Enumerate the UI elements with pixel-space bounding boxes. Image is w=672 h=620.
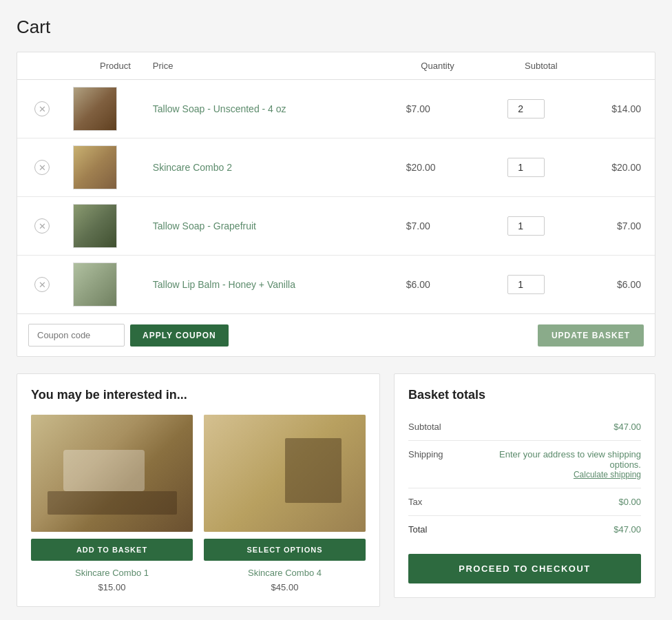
product-thumbnail: [73, 145, 117, 189]
totals-tax-row: Tax $0.00: [408, 488, 641, 516]
product-subtotal-cell: $14.00: [571, 80, 655, 138]
totals-shipping-value: Enter your address to view shipping opti…: [490, 449, 641, 479]
product-thumbnail: [73, 262, 117, 307]
product-name-cell: Tallow Soap - Unscented - 4 oz: [142, 80, 395, 138]
table-row: ✕ Skincare Combo 2 $20.00 $20.00: [17, 138, 655, 197]
product-price-cell: $7.00: [395, 80, 481, 138]
product-subtotal-cell: $7.00: [571, 197, 655, 256]
product-image-cell: [67, 138, 142, 197]
quantity-input[interactable]: [507, 158, 545, 177]
totals-total-row: Total $47.00: [408, 516, 641, 543]
add-to-basket-button-1[interactable]: ADD TO BASKET: [31, 539, 193, 561]
product-qty-cell: [480, 138, 571, 197]
coupon-left: APPLY COUPON: [28, 324, 229, 347]
product-name-cell: Skincare Combo 2: [142, 138, 395, 197]
remove-cell: ✕: [17, 256, 67, 314]
product-name-cell: Tallow Soap - Grapefruit: [142, 197, 395, 256]
remove-item-button[interactable]: ✕: [34, 218, 50, 234]
apply-coupon-button[interactable]: APPLY COUPON: [130, 324, 229, 347]
coupon-input[interactable]: [28, 324, 125, 347]
proceed-to-checkout-button[interactable]: PROCEED TO CHECKOUT: [408, 554, 641, 583]
product-image-2: [204, 415, 366, 532]
interested-product-1: ADD TO BASKET Skincare Combo 1 $15.00: [31, 415, 193, 592]
col-header-subtotal: Subtotal: [480, 52, 571, 80]
totals-shipping-row: Shipping Enter your address to view ship…: [408, 441, 641, 488]
totals-tax-label: Tax: [408, 497, 422, 507]
select-options-button-2[interactable]: SELECT OPTIONS: [204, 539, 366, 561]
card-product-link-2[interactable]: Skincare Combo 4: [248, 568, 322, 578]
col-header-quantity: Quantity: [395, 52, 481, 80]
remove-item-button[interactable]: ✕: [34, 160, 50, 175]
col-header-price: Price: [142, 52, 395, 80]
coupon-row: APPLY COUPON UPDATE BASKET: [17, 313, 655, 356]
product-image-cell: [67, 197, 142, 256]
card-product-price-1: $15.00: [31, 582, 193, 592]
calculate-shipping-link[interactable]: Calculate shipping: [490, 470, 641, 479]
product-name-link[interactable]: Tallow Soap - Grapefruit: [153, 220, 256, 231]
bottom-section: You may be interested in... ADD TO BASKE…: [17, 373, 655, 607]
totals-total-value: $47.00: [613, 524, 641, 535]
totals-subtotal-label: Subtotal: [408, 422, 441, 432]
table-row: ✕ Tallow Lip Balm - Honey + Vanilla $6.0…: [17, 256, 655, 314]
interested-title: You may be interested in...: [31, 388, 366, 402]
shipping-note: Enter your address to view shipping opti…: [499, 449, 641, 470]
table-row: ✕ Tallow Soap - Grapefruit $7.00 $7.00: [17, 197, 655, 256]
interested-product-2: SELECT OPTIONS Skincare Combo 4 $45.00: [204, 415, 366, 592]
product-qty-cell: [480, 197, 571, 256]
totals-panel: Basket totals Subtotal $47.00 Shipping E…: [394, 373, 655, 598]
col-header-product: Product: [17, 52, 142, 80]
remove-item-button[interactable]: ✕: [34, 277, 50, 292]
card-product-link-1[interactable]: Skincare Combo 1: [75, 568, 149, 578]
totals-tax-value: $0.00: [618, 497, 641, 507]
totals-title: Basket totals: [408, 388, 641, 402]
product-name-cell: Tallow Lip Balm - Honey + Vanilla: [142, 256, 395, 314]
product-image-cell: [67, 256, 142, 314]
totals-total-label: Total: [408, 524, 427, 535]
product-price-cell: $6.00: [395, 256, 481, 314]
product-thumbnail: [73, 87, 117, 131]
page-title: Cart: [17, 17, 655, 38]
card-product-name-1: Skincare Combo 1: [31, 568, 193, 578]
product-price-cell: $20.00: [395, 138, 481, 197]
soap-img-1-visual: [31, 415, 193, 532]
remove-item-button[interactable]: ✕: [34, 101, 50, 116]
product-subtotal-cell: $20.00: [571, 138, 655, 197]
interested-panel: You may be interested in... ADD TO BASKE…: [17, 373, 380, 607]
remove-cell: ✕: [17, 138, 67, 197]
remove-cell: ✕: [17, 80, 67, 138]
card-product-price-2: $45.00: [204, 582, 366, 592]
product-thumbnail: [73, 204, 117, 248]
update-basket-button[interactable]: UPDATE BASKET: [538, 324, 644, 347]
product-name-link[interactable]: Skincare Combo 2: [153, 162, 232, 173]
remove-cell: ✕: [17, 197, 67, 256]
product-qty-cell: [480, 80, 571, 138]
soap-img-2-visual: [204, 415, 366, 532]
product-name-link[interactable]: Tallow Lip Balm - Honey + Vanilla: [153, 279, 295, 290]
quantity-input[interactable]: [507, 99, 545, 118]
product-cards: ADD TO BASKET Skincare Combo 1 $15.00 SE…: [31, 415, 366, 592]
product-image-1: [31, 415, 193, 532]
totals-subtotal-row: Subtotal $47.00: [408, 413, 641, 441]
totals-shipping-label: Shipping: [408, 449, 443, 459]
product-name-link[interactable]: Tallow Soap - Unscented - 4 oz: [153, 103, 286, 114]
quantity-input[interactable]: [507, 216, 545, 236]
product-qty-cell: [480, 256, 571, 314]
table-row: ✕ Tallow Soap - Unscented - 4 oz $7.00 $…: [17, 80, 655, 138]
cart-table-wrapper: Product Price Quantity Subtotal ✕ Tallow…: [17, 52, 655, 357]
quantity-input[interactable]: [507, 275, 545, 294]
product-price-cell: $7.00: [395, 197, 481, 256]
product-subtotal-cell: $6.00: [571, 256, 655, 314]
totals-subtotal-value: $47.00: [613, 422, 641, 432]
cart-table: Product Price Quantity Subtotal ✕ Tallow…: [17, 52, 655, 313]
card-product-name-2: Skincare Combo 4: [204, 568, 366, 578]
product-image-cell: [67, 80, 142, 138]
